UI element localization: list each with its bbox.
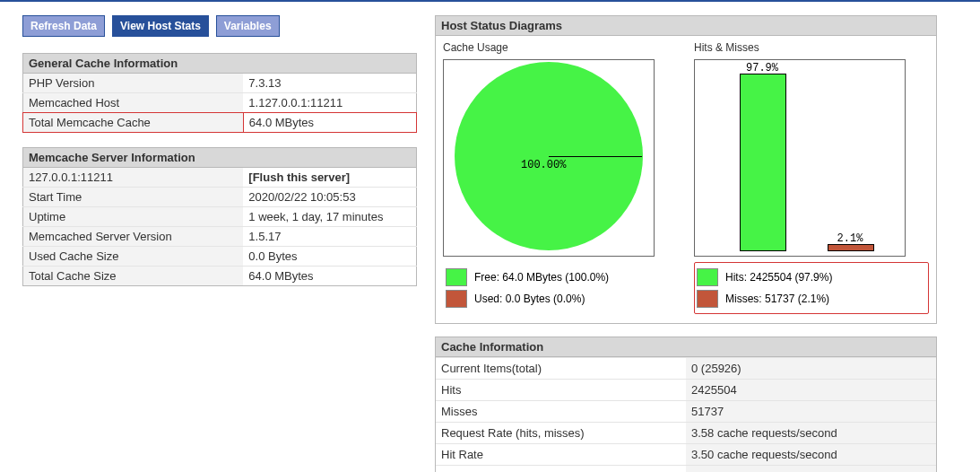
diagrams-header: Host Status Diagrams [436,16,936,36]
row-label: Uptime [23,207,244,227]
row-label: Start Time [23,188,244,207]
legend-row: Used: 0.0 Bytes (0.0%) [446,288,673,310]
table-row: Miss Rate 0.07 cache requests/second [436,466,936,473]
row-label: Hit Rate [436,444,686,466]
general-header: General Cache Information [23,54,417,74]
table-row: Used Cache Size 0.0 Bytes [23,247,417,267]
table-row: Current Items(total) 0 (25926) [436,358,936,380]
cache-info-table: Current Items(total) 0 (25926) Hits 2425… [436,357,936,472]
hits-misses-title: Hits & Misses [694,41,929,54]
bar-chart: 97.9% 2.1% [694,59,906,257]
row-value: 2020/02/22 10:05:53 [243,188,416,207]
memcache-server-info-table: Memcache Server Information 127.0.0.1:11… [22,147,417,286]
refresh-button[interactable]: Refresh Data [22,15,105,37]
row-value: 51737 [686,401,936,423]
row-label: Used Cache Size [23,247,244,267]
table-row: Memcached Server Version 1.5.17 [23,227,417,247]
toolbar: Refresh Data View Host Stats Variables [22,15,417,37]
legend-row: Free: 64.0 MBytes (100.0%) [446,267,673,288]
bar-hits [740,74,786,251]
table-row: Hit Rate 3.50 cache requests/second [436,444,936,466]
legend-used: Used: 0.0 Bytes (0.0%) [474,293,585,305]
row-label: Request Rate (hits, misses) [436,423,686,444]
row-value: 64.0 MBytes [243,267,416,286]
row-label: Current Items(total) [436,358,686,380]
row-value: 64.0 MBytes [243,113,416,133]
table-row: Memcached Host 1.127.0.0.1:11211 [23,93,417,113]
general-cache-info-table: General Cache Information PHP Version 7.… [22,53,417,133]
hm-legend: Hits: 2425504 (97.9%) Misses: 51737 (2.1… [694,262,929,314]
pie-chart: 100.00% [443,59,655,257]
row-label: Misses [436,401,686,423]
row-value: 1.5.17 [243,227,416,247]
row-value: 2425504 [686,380,936,401]
row-label: PHP Version [23,74,244,93]
row-value: 7.3.13 [243,74,416,93]
table-row: Hits 2425504 [436,380,936,401]
table-row: PHP Version 7.3.13 [23,74,417,93]
legend-misses: Misses: 51737 (2.1%) [725,293,829,305]
legend-row: Misses: 51737 (2.1%) [697,288,924,310]
table-row: 127.0.0.1:11211 [Flush this server] [23,168,417,188]
usage-legend: Free: 64.0 MBytes (100.0%) Used: 0.0 Byt… [443,262,678,314]
row-label: Total Memcache Cache [23,113,244,133]
row-value: 1 week, 1 day, 17 minutes [243,207,416,227]
swatch-hits-icon [697,268,718,286]
table-row-highlighted: Total Memcache Cache 64.0 MBytes [23,113,417,133]
table-row: Misses 51737 [436,401,936,423]
row-value: 3.50 cache requests/second [686,444,936,466]
legend-row: Hits: 2425504 (97.9%) [697,267,924,288]
host-stats-button[interactable]: View Host Stats [112,15,209,37]
swatch-misses-icon [697,290,718,308]
table-row: Start Time 2020/02/22 10:05:53 [23,188,417,207]
bar-hits-label: 97.9% [735,62,789,74]
cache-usage-title: Cache Usage [443,41,678,54]
host-status-diagrams-panel: Host Status Diagrams Cache Usage 100.00%… [435,15,937,324]
swatch-used-icon [446,290,467,308]
pie-label: 100.00% [521,159,566,171]
server-host: 127.0.0.1:11211 [23,168,244,188]
table-row: Request Rate (hits, misses) 3.58 cache r… [436,423,936,444]
table-row: Uptime 1 week, 1 day, 17 minutes [23,207,417,227]
bar-misses [828,244,874,251]
swatch-free-icon [446,268,467,286]
row-value: 0 (25926) [686,358,936,380]
row-value: 0.0 Bytes [243,247,416,267]
legend-hits: Hits: 2425504 (97.9%) [725,271,832,284]
bar-misses-label: 2.1% [823,232,877,245]
row-label: Miss Rate [436,466,686,473]
hits-misses-chart: Hits & Misses 97.9% 2.1% Hits: 2425504 (… [694,39,929,314]
legend-free: Free: 64.0 MBytes (100.0%) [474,271,609,284]
row-label: Hits [436,380,686,401]
cacheinfo-header: Cache Information [436,337,936,357]
row-value: 1.127.0.0.1:11211 [243,93,416,113]
row-label: Memcached Host [23,93,244,113]
cache-information-panel: Cache Information Current Items(total) 0… [435,337,937,472]
row-label: Memcached Server Version [23,227,244,247]
server-header: Memcache Server Information [23,148,417,168]
flush-server-link[interactable]: [Flush this server] [248,170,350,184]
table-row: Total Cache Size 64.0 MBytes [23,267,417,286]
variables-button[interactable]: Variables [216,15,280,37]
row-value: 0.07 cache requests/second [686,466,936,473]
row-label: Total Cache Size [23,267,244,286]
cache-usage-chart: Cache Usage 100.00% Free: 64.0 MBytes (1… [443,39,678,314]
row-value: 3.58 cache requests/second [686,423,936,444]
